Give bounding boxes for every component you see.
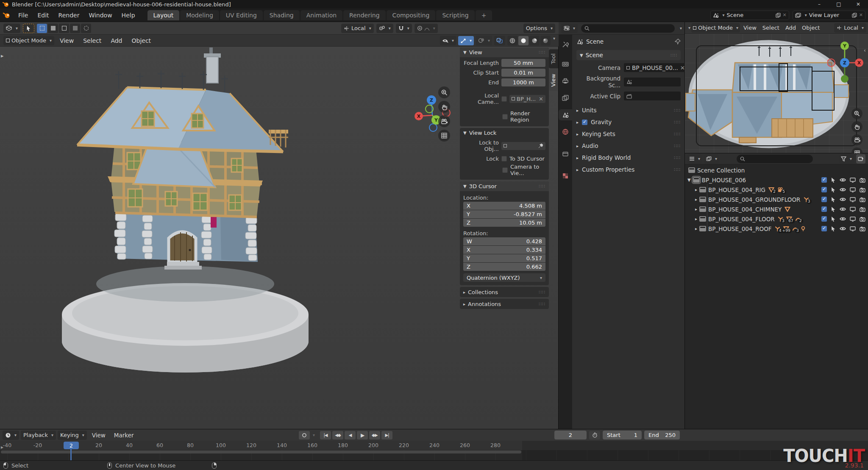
tab-rendering[interactable]: Rendering bbox=[343, 10, 386, 20]
3d-cursor-header[interactable]: ▼ 3D Cursor ∷∷ bbox=[460, 181, 549, 191]
current-frame-badge[interactable]: 2 bbox=[64, 442, 79, 449]
copy-icon[interactable] bbox=[852, 13, 857, 18]
active-clip-field[interactable] bbox=[624, 92, 681, 100]
viewport2-menu-view[interactable]: View bbox=[741, 24, 759, 32]
selectable-icon[interactable] bbox=[831, 216, 836, 222]
disable-render-icon[interactable] bbox=[860, 207, 865, 212]
drag-dots-icon[interactable]: ∷∷ bbox=[674, 131, 681, 137]
cursor-rot-z-field[interactable]: Z0.662 bbox=[463, 263, 545, 271]
section-rigid-body-world[interactable]: ▸Rigid Body World∷∷ bbox=[576, 152, 681, 163]
toggle-ortho-button[interactable] bbox=[438, 130, 450, 142]
selectable-icon[interactable] bbox=[831, 197, 836, 202]
lock-to-object-field[interactable] bbox=[501, 142, 545, 150]
hide-eye-icon[interactable] bbox=[840, 226, 846, 231]
current-frame-field[interactable]: 2 bbox=[554, 431, 587, 439]
end-frame-field[interactable]: End250 bbox=[644, 431, 680, 439]
menu-help[interactable]: Help bbox=[117, 12, 140, 19]
disable-render-icon[interactable] bbox=[860, 217, 865, 222]
prev-keyframe-button[interactable]: ◀◆ bbox=[332, 431, 343, 439]
tab-tool[interactable]: Tool bbox=[549, 49, 559, 68]
view-panel-header[interactable]: ▼ View ∷∷ bbox=[460, 47, 549, 57]
play-reverse-button[interactable]: ◀ bbox=[345, 431, 356, 439]
disable-render-icon[interactable] bbox=[860, 187, 865, 192]
autokey-record-button[interactable] bbox=[299, 431, 310, 439]
sidebar-expand-arrow[interactable]: ‹ bbox=[864, 47, 866, 53]
cursor-rot-x-field[interactable]: X0.334 bbox=[463, 246, 545, 254]
exclude-checkbox[interactable] bbox=[821, 226, 827, 231]
drag-dots-icon[interactable]: ∷∷ bbox=[539, 50, 545, 55]
next-keyframe-button[interactable]: ◆▶ bbox=[369, 431, 380, 439]
outliner-filter-dropdown[interactable]: ▾ bbox=[839, 154, 854, 164]
select-mode-set-button[interactable] bbox=[37, 24, 47, 33]
tab-view-layer-properties[interactable] bbox=[559, 92, 572, 103]
camera-view-button[interactable] bbox=[851, 134, 862, 145]
jump-to-start-button[interactable]: |◀ bbox=[320, 431, 331, 439]
pivot-point-dropdown[interactable]: ▾ bbox=[376, 24, 393, 33]
keying-dropdown[interactable]: Keying▾ bbox=[58, 431, 87, 440]
outliner-row-collection[interactable]: ▼ BP_HOUSE_006 bbox=[685, 175, 868, 185]
zoom-button[interactable] bbox=[438, 86, 450, 98]
annotations-panel-header[interactable]: ▸ Annotations ∷∷ bbox=[460, 299, 549, 309]
eyedropper-icon[interactable] bbox=[538, 143, 543, 148]
new-collection-button[interactable] bbox=[856, 154, 865, 164]
disable-viewport-icon[interactable] bbox=[850, 226, 856, 231]
select-mode-extend-button[interactable] bbox=[48, 24, 58, 33]
shading-solid-button[interactable] bbox=[518, 36, 529, 45]
menu-edit[interactable]: Edit bbox=[33, 12, 53, 19]
exclude-checkbox[interactable] bbox=[821, 206, 827, 212]
hide-eye-icon[interactable] bbox=[840, 178, 846, 182]
outliner-search-input[interactable] bbox=[737, 155, 813, 163]
disable-viewport-icon[interactable] bbox=[850, 217, 856, 222]
select-mode-intersect-button[interactable] bbox=[81, 24, 91, 33]
drag-dots-icon[interactable]: ∷∷ bbox=[674, 108, 681, 113]
auto-keying-toggle[interactable] bbox=[589, 431, 600, 439]
properties-editor-type-selector[interactable]: ▾ bbox=[561, 24, 578, 33]
pin-icon[interactable] bbox=[675, 39, 681, 44]
collapse-icon[interactable]: ▼ bbox=[687, 178, 691, 182]
clip-start-field[interactable]: 0.01 m bbox=[501, 69, 545, 77]
section-gravity[interactable]: ▸Gravity∷∷ bbox=[576, 117, 681, 128]
shading-material-button[interactable] bbox=[529, 36, 540, 45]
timeline-expand-arrow[interactable]: ▸ bbox=[1, 444, 3, 450]
editor-type-selector[interactable]: ▾ bbox=[3, 24, 20, 33]
tab-animation[interactable]: Animation bbox=[300, 10, 342, 20]
navigation-gizmo[interactable]: Y Z X bbox=[827, 42, 868, 84]
start-frame-field[interactable]: Start1 bbox=[603, 431, 642, 439]
select-mode-invert-button[interactable] bbox=[70, 24, 80, 33]
outliner-view-layer-dropdown[interactable]: ▾ bbox=[704, 154, 719, 164]
local-camera-field[interactable]: BP_H... ✕ bbox=[509, 95, 545, 103]
outliner-row-roof[interactable]: ▸ BP_HOUSE_004_ROOF 4 +99 3 bbox=[685, 224, 868, 234]
shading-options-icon[interactable]: ▾ bbox=[553, 36, 555, 45]
viewport2-menu-add[interactable]: Add bbox=[783, 24, 798, 32]
remove-view-layer-icon[interactable]: ✕ bbox=[859, 12, 863, 18]
maximize-button[interactable]: □ bbox=[829, 0, 849, 8]
options-dropdown[interactable]: Options ▾ bbox=[523, 24, 555, 33]
active-tool-button[interactable] bbox=[23, 24, 34, 33]
camera-viewport[interactable]: Y Z X ‹ bbox=[685, 34, 868, 153]
drag-dots-icon[interactable]: ∷∷ bbox=[539, 184, 545, 189]
transform-orientation-dropdown[interactable]: Local ▾ bbox=[341, 24, 374, 33]
drag-dots-icon[interactable]: ∷∷ bbox=[674, 167, 681, 172]
menu-render[interactable]: Render bbox=[54, 12, 84, 19]
breadcrumb-scene[interactable]: Scene bbox=[586, 38, 604, 45]
scene-selector[interactable]: ▾ Scene ✕ bbox=[710, 11, 789, 20]
tab-render-properties[interactable] bbox=[559, 58, 572, 70]
outliner-row-floor[interactable]: ▸ BP_HOUSE_004_FLOOR 3 67 2 bbox=[685, 214, 868, 224]
tab-uv-editing[interactable]: UV Editing bbox=[220, 10, 263, 20]
section-units[interactable]: ▸Units∷∷ bbox=[576, 105, 681, 116]
drag-dots-icon[interactable]: ∷∷ bbox=[539, 301, 545, 307]
disable-viewport-icon[interactable] bbox=[850, 178, 856, 183]
timeline-scrollbar[interactable] bbox=[1, 451, 521, 453]
close-button[interactable]: ✕ bbox=[849, 0, 868, 8]
expand-icon[interactable]: ▸ bbox=[695, 197, 697, 202]
cursor-rot-y-field[interactable]: Y0.517 bbox=[463, 254, 545, 262]
tab-output-properties[interactable] bbox=[559, 75, 572, 86]
snap-toggle[interactable]: ▾ bbox=[396, 24, 412, 33]
disable-viewport-icon[interactable] bbox=[850, 197, 856, 202]
viewport-menu-object[interactable]: Object bbox=[128, 36, 155, 45]
select-mode-subtract-button[interactable] bbox=[59, 24, 69, 33]
tab-view[interactable]: View bbox=[549, 70, 559, 91]
expand-icon[interactable]: ▸ bbox=[695, 217, 697, 221]
filter-options-icon[interactable]: ▾ bbox=[680, 26, 682, 31]
clear-icon[interactable]: ✕ bbox=[680, 64, 685, 71]
